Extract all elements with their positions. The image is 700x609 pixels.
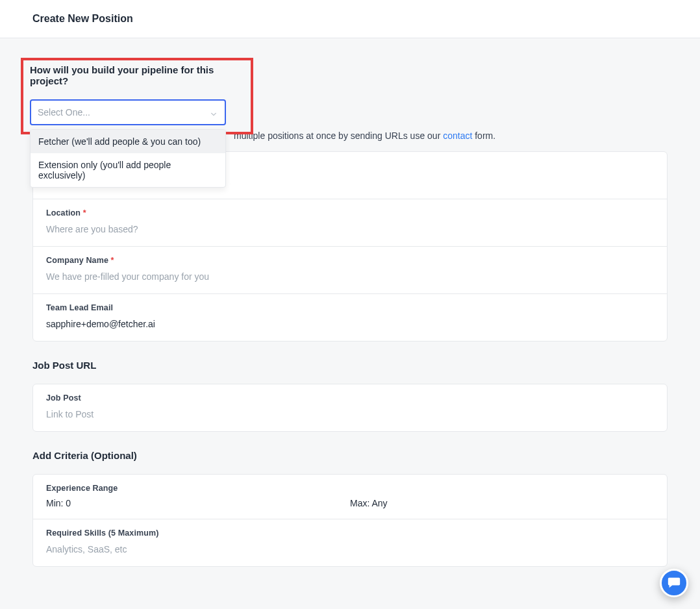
required-skills-input[interactable] (46, 543, 654, 556)
required-asterisk: * (111, 256, 114, 265)
location-field: Location * (33, 199, 667, 247)
chat-icon (667, 575, 681, 591)
pipeline-question: How will you build your pipeline for thi… (30, 64, 244, 86)
company-label: Company Name * (46, 256, 654, 265)
company-input[interactable] (46, 270, 654, 283)
job-post-card: Job Post (32, 384, 668, 432)
hint-suffix: form. (472, 130, 495, 141)
hint-text-tail: multiple positions at once by sending UR… (234, 130, 443, 141)
team-lead-email-value: sapphire+demo@fetcher.ai (46, 317, 654, 330)
company-label-text: Company Name (46, 256, 108, 265)
team-lead-email-label: Team Lead Email (46, 303, 654, 312)
pipeline-select-wrap: Select One... Fetcher (we'll add people … (30, 99, 226, 125)
page-title: Create New Position (32, 13, 668, 25)
chat-button[interactable] (660, 569, 688, 597)
required-asterisk: * (83, 208, 86, 218)
location-input[interactable] (46, 223, 654, 236)
pipeline-highlight: How will you build your pipeline for thi… (21, 58, 253, 134)
job-post-section-title: Job Post URL (32, 360, 668, 371)
pipeline-dropdown: Fetcher (we'll add people & you can too)… (30, 129, 226, 188)
job-post-label: Job Post (46, 393, 654, 403)
location-label-text: Location (46, 208, 81, 218)
contact-link[interactable]: contact (443, 130, 472, 141)
criteria-card: Experience Range Min: 0 Max: Any Require… (32, 474, 668, 567)
bulk-upload-hint: multiple positions at once by sending UR… (234, 130, 668, 141)
experience-range-row: Min: 0 Max: Any (46, 498, 654, 508)
experience-min[interactable]: Min: 0 (46, 498, 350, 508)
experience-range-label: Experience Range (46, 484, 654, 493)
criteria-section-title: Add Criteria (Optional) (32, 450, 668, 461)
required-skills-label: Required Skills (5 Maximum) (46, 528, 654, 538)
job-post-field: Job Post (33, 384, 667, 431)
required-skills-field: Required Skills (5 Maximum) (33, 519, 667, 566)
pipeline-option-extension[interactable]: Extension only (you'll add people exclus… (31, 153, 225, 187)
content-area: How will you build your pipeline for thi… (0, 38, 700, 609)
pipeline-select-placeholder: Select One... (38, 107, 90, 118)
experience-range-field: Experience Range Min: 0 Max: Any (33, 475, 667, 519)
chevron-down-icon (210, 109, 217, 116)
team-lead-email-field: Team Lead Email sapphire+demo@fetcher.ai (33, 294, 667, 341)
company-field: Company Name * (33, 247, 667, 294)
experience-max[interactable]: Max: Any (350, 498, 654, 508)
page-header: Create New Position (0, 0, 700, 38)
location-label: Location * (46, 208, 654, 218)
pipeline-option-fetcher[interactable]: Fetcher (we'll add people & you can too) (31, 130, 225, 153)
job-post-input[interactable] (46, 408, 654, 421)
pipeline-select[interactable]: Select One... (30, 99, 226, 125)
